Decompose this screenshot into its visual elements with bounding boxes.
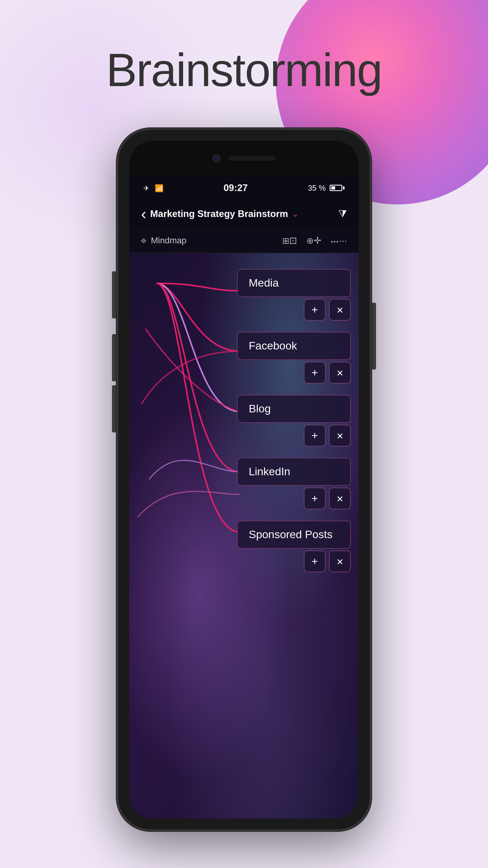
phone-camera [213,154,220,162]
node-blog-row: Blog [237,395,351,447]
node-linkedin-box[interactable]: LinkedIn [237,458,351,486]
node-sponsored: Sponsored Posts [237,520,351,572]
phone-frame: 09:27 35 % Marketing Strategy Brainstorm… [118,130,370,829]
node-sponsored-remove-button[interactable] [329,550,351,572]
toolbar-view-label: Mindmap [151,235,186,246]
node-media-add-button[interactable] [304,299,326,321]
toolbar-left: Mindmap [141,235,186,246]
page-title: Brainstorming [0,43,488,97]
battery-body [330,185,342,191]
node-linkedin-label: LinkedIn [249,465,290,478]
x-icon [336,430,343,442]
node-blog: Blog [237,395,351,447]
more-button[interactable]: ··· [331,235,347,246]
grid-icon[interactable]: ⊡ [282,235,297,246]
plus-icon [312,303,318,316]
mindmap-canvas: Media Facebook [129,253,359,818]
node-sponsored-box[interactable]: Sponsored Posts [237,520,351,549]
node-facebook: Facebook [237,332,351,384]
node-facebook-box[interactable]: Facebook [237,332,351,360]
status-time: 09:27 [224,182,248,193]
node-sponsored-row: Sponsored Posts [237,520,351,572]
node-facebook-actions [304,362,351,384]
plus-icon [312,366,318,379]
phone-screen: 09:27 35 % Marketing Strategy Brainstorm… [129,141,359,818]
node-sponsored-label: Sponsored Posts [249,528,332,541]
node-blog-actions [304,425,351,447]
toolbar: Mindmap ⊡ ✛ ··· [129,228,359,253]
node-media: Media [237,269,351,321]
plus-icon [312,492,318,505]
plus-icon [312,555,318,568]
node-facebook-row: Facebook [237,332,351,384]
mindmap-icon [141,235,146,246]
node-media-remove-button[interactable] [329,299,351,321]
x-icon [336,493,343,505]
filter-button[interactable] [338,208,347,220]
phone-speaker [228,156,275,161]
node-linkedin-remove-button[interactable] [329,487,351,509]
airplane-icon [143,183,149,193]
status-right: 35 % [308,184,345,193]
node-blog-remove-button[interactable] [329,425,351,447]
battery-fill [331,186,335,189]
node-blog-label: Blog [249,403,271,415]
move-icon[interactable]: ✛ [306,235,321,246]
plus-icon [312,429,318,442]
toolbar-right: ⊡ ✛ ··· [282,235,347,246]
x-icon [336,555,343,568]
nav-bar: Marketing Strategy Brainstorm ⌄ [129,200,359,228]
node-blog-box[interactable]: Blog [237,395,351,423]
battery-icon [330,185,345,191]
status-bar: 09:27 35 % [129,176,359,200]
node-linkedin-actions [304,487,351,509]
node-media-row: Media [237,269,351,321]
x-icon [336,304,343,316]
x-icon [336,367,343,379]
node-facebook-label: Facebook [249,340,297,352]
status-left [143,183,163,193]
nav-title-chevron[interactable]: ⌄ [292,209,299,219]
battery-tip [343,186,345,189]
phone-top-bar [129,141,359,176]
back-button[interactable] [141,205,146,223]
node-facebook-add-button[interactable] [304,362,326,384]
node-media-box[interactable]: Media [237,269,351,297]
nav-left: Marketing Strategy Brainstorm ⌄ [141,205,338,223]
node-media-actions [304,299,351,321]
nav-title: Marketing Strategy Brainstorm [150,208,288,219]
node-sponsored-add-button[interactable] [304,550,326,572]
wifi-icon [155,183,163,193]
node-sponsored-actions [304,550,351,572]
node-blog-add-button[interactable] [304,425,326,447]
node-linkedin-row: LinkedIn [237,458,351,509]
battery-text: 35 % [308,184,326,193]
node-media-label: Media [249,277,279,289]
node-facebook-remove-button[interactable] [329,362,351,384]
node-linkedin-add-button[interactable] [304,487,326,509]
node-linkedin: LinkedIn [237,458,351,509]
